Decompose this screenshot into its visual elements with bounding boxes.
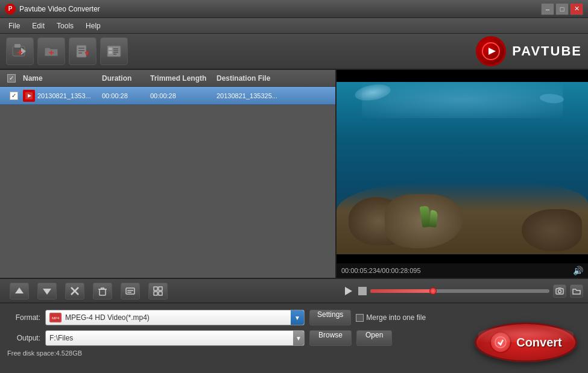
open-button[interactable]: Open (356, 330, 392, 346)
logo: PAVTUBE (476, 36, 582, 66)
convert-button[interactable]: Convert (475, 322, 577, 362)
svg-point-46 (495, 337, 506, 348)
svg-rect-37 (154, 292, 157, 295)
menu-edit[interactable]: Edit (26, 20, 51, 32)
remove-button[interactable] (65, 283, 84, 299)
video-thumbnail (337, 70, 588, 263)
svg-rect-32 (126, 288, 134, 294)
close-button[interactable]: ✕ (570, 3, 583, 15)
svg-rect-36 (159, 287, 162, 290)
file-icon (23, 90, 35, 102)
menu-help[interactable]: Help (80, 20, 107, 32)
convert-icon (490, 331, 511, 353)
row-checkbox[interactable] (10, 92, 18, 100)
preview-panel: 00:00:05:234/00:00:28:095 🔊 (337, 70, 588, 278)
menu-file[interactable]: File (2, 20, 26, 32)
column-trimmed-header: Trimmed Length (150, 74, 217, 83)
svg-marker-20 (488, 48, 496, 55)
format-label: Format: (7, 313, 40, 322)
window-title: Pavtube Video Converter (19, 5, 100, 13)
svg-marker-23 (15, 287, 24, 293)
column-dest-header: Destination File (217, 74, 335, 83)
svg-marker-39 (345, 287, 352, 295)
svg-point-42 (558, 290, 561, 293)
window-controls: – □ ✕ (541, 3, 583, 15)
main-content: ✓ Name Duration Trimmed Length Destinati… (0, 70, 588, 278)
svg-rect-14 (109, 51, 112, 54)
svg-marker-24 (43, 289, 51, 295)
progress-track[interactable] (370, 289, 549, 293)
convert-label: Convert (516, 336, 562, 349)
app-icon: P (5, 4, 16, 14)
merge-row: Merge into one file (356, 313, 426, 322)
svg-rect-38 (159, 292, 162, 295)
svg-rect-27 (100, 289, 106, 295)
add-folder-button[interactable] (37, 37, 65, 65)
file-duration: 00:00:28 (102, 92, 150, 99)
file-table-header: ✓ Name Duration Trimmed Length Destinati… (0, 70, 335, 87)
open-folder-button[interactable] (570, 284, 583, 298)
file-panel: ✓ Name Duration Trimmed Length Destinati… (0, 70, 337, 278)
format-value: MPEG-4 HD Video(*.mp4) (65, 313, 300, 322)
logo-icon (476, 36, 506, 66)
table-row[interactable]: 20130821_1353... 00:00:28 00:00:28 20130… (0, 87, 335, 105)
svg-rect-43 (558, 287, 561, 289)
task-list-button[interactable] (100, 37, 128, 65)
grid-button[interactable] (148, 283, 168, 299)
browse-button[interactable]: Browse (309, 330, 352, 346)
svg-rect-13 (109, 48, 112, 50)
preview-timestamp: 00:00:05:234/00:00:28:095 (341, 267, 421, 274)
format-icon: MP4 (49, 313, 62, 322)
output-label: Output: (7, 334, 40, 342)
maximize-button[interactable]: □ (555, 3, 569, 15)
output-value: F:\Files (49, 334, 300, 342)
toolbar: PAVTUBE (0, 34, 588, 70)
preview-controls (337, 284, 588, 298)
svg-rect-2 (14, 44, 21, 48)
svg-rect-35 (154, 287, 157, 290)
add-video-button[interactable] (6, 37, 34, 65)
progress-thumb[interactable] (429, 287, 437, 295)
progress-fill (370, 289, 433, 293)
file-controls (0, 283, 337, 299)
file-name: 20130821_1353... (37, 92, 98, 99)
volume-icon[interactable]: 🔊 (573, 266, 583, 275)
svg-text:MP4: MP4 (52, 316, 60, 320)
merge-label: Merge into one file (366, 313, 426, 322)
settings-button[interactable]: Settings (309, 310, 351, 325)
move-down-button[interactable] (37, 283, 57, 299)
move-up-button[interactable] (10, 283, 29, 299)
play-button[interactable] (341, 284, 355, 298)
merge-checkbox[interactable] (356, 314, 364, 322)
output-input[interactable]: F:\Files ▼ (45, 330, 305, 346)
format-dropdown-arrow[interactable]: ▼ (291, 310, 304, 325)
delete-button[interactable] (93, 283, 112, 299)
title-bar: P Pavtube Video Converter – □ ✕ (0, 0, 588, 18)
video-preview (337, 70, 588, 263)
stop-button[interactable] (358, 287, 367, 295)
controls-bar (0, 278, 588, 303)
column-duration-header: Duration (102, 74, 150, 83)
subtitle-button[interactable] (121, 283, 140, 299)
edit-button[interactable] (69, 37, 96, 65)
convert-section: Convert (475, 322, 577, 362)
file-trimmed: 00:00:28 (150, 92, 217, 99)
preview-time-bar: 00:00:05:234/00:00:28:095 🔊 (337, 263, 588, 278)
menu-tools[interactable]: Tools (51, 20, 80, 32)
file-table-body: 20130821_1353... 00:00:28 00:00:28 20130… (0, 87, 335, 278)
svg-rect-40 (359, 288, 365, 294)
svg-rect-7 (77, 45, 86, 57)
file-destination: 20130821_135325... (217, 92, 335, 99)
screenshot-button[interactable] (553, 284, 566, 298)
output-dropdown-arrow[interactable]: ▼ (293, 331, 304, 345)
logo-text: PAVTUBE (512, 43, 582, 59)
menu-bar: File Edit Tools Help (0, 18, 588, 34)
column-name-header: Name (21, 74, 102, 83)
format-select[interactable]: MP4 MPEG-4 HD Video(*.mp4) ▼ (45, 310, 305, 325)
minimize-button[interactable]: – (541, 3, 554, 15)
